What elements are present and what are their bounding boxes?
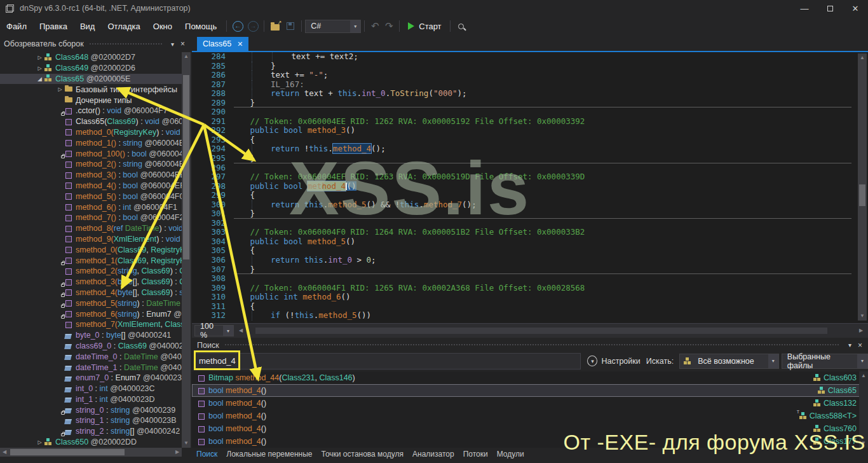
- scroll-left-icon[interactable]: ◀: [236, 326, 245, 335]
- search-input[interactable]: [194, 353, 581, 370]
- chevron-down-icon[interactable]: ▾: [845, 342, 855, 349]
- search-result-row[interactable]: bool method_4()Class760: [192, 422, 868, 435]
- tree-item[interactable]: ▷Class650 @020002DD: [0, 437, 182, 448]
- tree-item[interactable]: smethod_6(string) : Enum7 @0: [0, 308, 182, 319]
- results-vertical-scrollbar[interactable]: ▲ ▼: [859, 371, 868, 448]
- tree-item[interactable]: int_1 : int @0400023D: [0, 394, 182, 405]
- tree-expander-icon[interactable]: ▷: [36, 55, 44, 60]
- search-result-row[interactable]: bool method_4()Class132: [192, 397, 868, 410]
- close-panel-icon[interactable]: ×: [855, 341, 865, 350]
- search-result-row[interactable]: Bitmap smethod_44(Class231, Class146)Cla…: [192, 371, 868, 384]
- tool-tab-точки-останова-модуля[interactable]: Точки останова модуля: [322, 450, 404, 459]
- tree-item[interactable]: ▷Class648 @020002D7: [0, 52, 182, 63]
- open-file-button[interactable]: [268, 18, 283, 34]
- tree-item[interactable]: smethod_5(string) : DateTime @: [0, 298, 182, 308]
- restore-button[interactable]: [817, 0, 843, 17]
- tree-item[interactable]: ▷Class649 @020002D6: [0, 63, 182, 74]
- tab-close-icon[interactable]: ✕: [237, 40, 243, 48]
- search-files-select[interactable]: Выбранные файлы ▾: [782, 354, 868, 369]
- tree-item[interactable]: smethod_7(XmlElement, Class6: [0, 319, 182, 330]
- tree-item[interactable]: method_8(ref DateTime) : void: [0, 223, 182, 234]
- zoom-level-select[interactable]: 100 % ▾: [194, 325, 234, 336]
- tree-item[interactable]: byte_0 : byte[] @04000241: [0, 330, 182, 341]
- scroll-left-icon[interactable]: ◀: [0, 448, 9, 457]
- editor-vertical-scrollbar[interactable]: ▲ ▼: [858, 53, 867, 321]
- tree-item[interactable]: method_4() : bool @060004EF: [0, 181, 182, 191]
- tree-expander-icon[interactable]: ▷: [56, 86, 64, 92]
- chevron-down-icon[interactable]: ▾: [857, 354, 867, 368]
- settings-expander-icon[interactable]: ▾: [587, 356, 597, 366]
- scroll-up-icon[interactable]: ▲: [182, 52, 191, 61]
- tree-item[interactable]: method_0(RegistryKey) : void @: [0, 127, 182, 138]
- scrollbar-thumb[interactable]: [859, 184, 865, 206]
- tree-item[interactable]: ◢Class65 @0200005E: [0, 74, 182, 85]
- tree-horizontal-scrollbar[interactable]: ◀ ▶: [0, 448, 182, 457]
- menu-item-помощь[interactable]: Помощь: [179, 19, 223, 34]
- tree-item[interactable]: smethod_2(string, Class69) : Cla: [0, 266, 182, 277]
- tree-expander-icon[interactable]: ▷: [36, 66, 44, 71]
- tree-item[interactable]: method_7() : bool @060004F2: [0, 212, 182, 223]
- tree-item[interactable]: .cctor() : void @060004F7: [0, 106, 182, 116]
- tree-item[interactable]: method_100() : bool @060004F6: [0, 148, 182, 159]
- tool-tab-потоки[interactable]: Потоки: [463, 450, 488, 459]
- scroll-right-icon[interactable]: ▶: [857, 326, 865, 335]
- tree-vertical-scrollbar[interactable]: ▲ ▼: [182, 52, 191, 448]
- editor-horizontal-scrollbar[interactable]: ◀ ▶: [236, 326, 865, 335]
- tree-item[interactable]: class69_0 : Class69 @0400023A: [0, 341, 182, 352]
- scroll-down-icon[interactable]: ▼: [182, 439, 191, 448]
- scrollbar-thumb[interactable]: [255, 328, 827, 334]
- tab-class65[interactable]: Class65 ✕: [197, 37, 248, 51]
- tool-tab-поиск[interactable]: Поиск: [196, 450, 217, 459]
- chevron-down-icon[interactable]: ▾: [223, 326, 233, 336]
- undo-button[interactable]: ↶: [368, 20, 382, 32]
- menu-item-правка[interactable]: Правка: [33, 19, 74, 34]
- tree-item[interactable]: enum7_0 : Enum7 @0400023E: [0, 373, 182, 384]
- menu-item-файл[interactable]: Файл: [0, 19, 33, 34]
- search-assemblies-button[interactable]: [454, 18, 469, 34]
- scroll-down-icon[interactable]: ▼: [859, 439, 868, 448]
- start-debug-button[interactable]: Старт: [403, 18, 446, 34]
- redo-button[interactable]: ↷: [382, 20, 396, 32]
- tree-item[interactable]: Class65(Class69) : void @06000: [0, 116, 182, 127]
- tree-item[interactable]: dateTime_0 : DateTime @04000: [0, 351, 182, 362]
- tree-item[interactable]: method_1() : string @060004EC: [0, 137, 182, 148]
- tree-item[interactable]: dateTime_1 : DateTime @04000: [0, 362, 182, 373]
- minimize-button[interactable]: —: [792, 0, 817, 17]
- navigate-forward-button[interactable]: →: [245, 18, 261, 34]
- language-select[interactable]: C# ▾: [305, 20, 361, 33]
- tree-item[interactable]: smethod_0(Class69, RegistryKey: [0, 244, 182, 255]
- close-button[interactable]: ✕: [843, 0, 868, 17]
- tree-item[interactable]: Дочерние типы: [0, 95, 182, 106]
- tree-expander-icon[interactable]: ▷: [36, 439, 44, 445]
- menu-item-отладка[interactable]: Отладка: [101, 19, 146, 34]
- tree-item[interactable]: int_0 : int @0400023C: [0, 384, 182, 394]
- tree-item[interactable]: smethod_3(byte[], Class69) : Cl: [0, 277, 182, 287]
- navigate-back-button[interactable]: ←: [230, 18, 245, 34]
- search-result-row[interactable]: bool method_4()Class65: [192, 384, 868, 397]
- tool-tab-анализатор[interactable]: Анализатор: [412, 450, 454, 459]
- chevron-down-icon[interactable]: ▾: [168, 41, 177, 48]
- search-result-row[interactable]: bool method_4()Class177: [192, 435, 868, 448]
- search-scope-select[interactable]: Всё возможное ▾: [679, 354, 779, 369]
- tree-item[interactable]: smethod_1(Class69, RegistryKey: [0, 255, 182, 266]
- tree-item[interactable]: method_3() : bool @060004EE: [0, 170, 182, 181]
- chevron-down-icon[interactable]: ▾: [768, 354, 778, 368]
- tree-item[interactable]: method_2() : string @060004ED: [0, 159, 182, 170]
- tree-item[interactable]: string_2 : string[] @04000242: [0, 426, 182, 437]
- scroll-right-icon[interactable]: ▶: [173, 448, 182, 457]
- tree-item[interactable]: method_5() : bool @060004F0: [0, 191, 182, 202]
- scroll-up-icon[interactable]: ▲: [859, 371, 868, 380]
- tool-tab-локальные-переменные[interactable]: Локальные переменные: [226, 450, 312, 459]
- search-result-row[interactable]: bool method_4()Class588<T>: [192, 410, 868, 422]
- chevron-down-icon[interactable]: ▾: [350, 20, 360, 32]
- scroll-up-icon[interactable]: ▲: [858, 53, 867, 62]
- code-area[interactable]: 284text += text2;285}286text += "-";287I…: [192, 52, 868, 323]
- tree-expander-icon[interactable]: ◢: [36, 76, 44, 82]
- tool-tab-модули[interactable]: Модули: [497, 450, 524, 459]
- tree-item[interactable]: smethod_4(byte[], Class69) : str: [0, 287, 182, 298]
- menu-item-окно[interactable]: Окно: [147, 19, 179, 34]
- scroll-down-icon[interactable]: ▼: [858, 312, 867, 321]
- tree-item[interactable]: string_1 : string @0400023B: [0, 415, 182, 426]
- tree-item[interactable]: method_9(XmlElement) : void @: [0, 234, 182, 245]
- tree-item[interactable]: string_0 : string @04000239: [0, 404, 182, 415]
